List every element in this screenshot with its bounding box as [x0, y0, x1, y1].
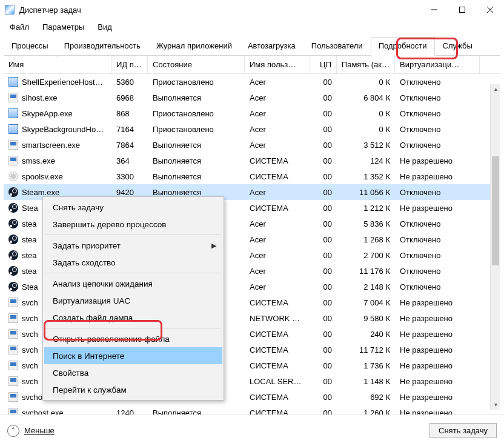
context-menu-item[interactable]: Завершить дерево процессов	[44, 216, 222, 233]
col-pid[interactable]: ИД п…	[111, 56, 148, 73]
process-icon	[8, 266, 18, 276]
process-mem: 1 148 К	[337, 377, 395, 386]
process-icon	[8, 203, 18, 213]
tab-users[interactable]: Пользователи	[303, 37, 371, 56]
menu-file[interactable]: Файл	[4, 21, 35, 33]
process-virt: Отключено	[395, 188, 480, 197]
chevron-up-icon: ˄	[7, 425, 19, 437]
sort-asc-icon: ˄	[56, 56, 59, 61]
process-virt: Не разрешено	[395, 361, 480, 370]
process-virt: Отключено	[395, 78, 480, 87]
end-task-button[interactable]: Снять задачу	[429, 423, 497, 438]
process-state: Выполняется	[148, 156, 245, 165]
table-row[interactable]: svchost.exe1240ВыполняетсяСИСТЕМА001 260…	[4, 405, 500, 414]
fewer-details[interactable]: ˄ Меньше	[7, 425, 55, 437]
process-user: Acer	[245, 282, 310, 291]
table-row[interactable]: SkypeApp.exe868ПриостановленоAcer000 КОт…	[4, 105, 500, 121]
process-icon	[8, 77, 18, 87]
table-row[interactable]: ShellExperienceHost…5360ПриостановленоAc…	[4, 74, 500, 90]
process-icon	[8, 313, 18, 323]
tab-startup[interactable]: Автозагрузка	[240, 37, 303, 56]
process-virt: Не разрешено	[395, 204, 480, 213]
process-pid: 5360	[111, 78, 148, 87]
process-cpu: 00	[310, 109, 337, 118]
context-menu-item[interactable]: Перейти к службам	[44, 381, 222, 398]
process-virt: Не разрешено	[395, 393, 480, 402]
window-title: Диспетчер задач	[19, 5, 420, 15]
scroll-thumb[interactable]	[492, 156, 499, 265]
table-row[interactable]: smartscreen.exe7864ВыполняетсяAcer003 51…	[4, 137, 500, 153]
tab-services[interactable]: Службы	[435, 37, 480, 56]
process-pid: 364	[111, 156, 148, 165]
process-icon	[8, 408, 18, 414]
process-name: ShellExperienceHost…	[22, 78, 103, 87]
process-mem: 0 К	[337, 109, 395, 118]
col-name[interactable]: Имя˄	[4, 56, 111, 73]
process-virt: Не разрешено	[395, 156, 480, 165]
process-cpu: 00	[310, 219, 337, 228]
context-menu-item[interactable]: Виртуализация UAC	[44, 292, 222, 309]
table-row[interactable]: SkypeBackgroundHo…7164ПриостановленоAcer…	[4, 121, 500, 137]
process-name: svch	[22, 330, 38, 339]
context-menu-item[interactable]: Задать сходство	[44, 254, 222, 271]
close-button[interactable]	[476, 0, 504, 19]
col-virt[interactable]: Виртуализаци…	[395, 56, 480, 73]
col-user[interactable]: Имя польз…	[245, 56, 310, 73]
process-name: spoolsv.exe	[22, 172, 63, 181]
process-mem: 0 К	[337, 125, 395, 134]
context-menu-item[interactable]: Свойства	[44, 364, 222, 381]
context-menu-item[interactable]: Снять задачу	[44, 199, 222, 216]
process-mem: 1 260 К	[337, 408, 395, 415]
process-name: svchost.exe	[22, 408, 64, 415]
context-menu-item[interactable]: Создать файл дампа	[44, 309, 222, 326]
scroll-up-icon[interactable]: ▴	[491, 84, 500, 94]
col-mem[interactable]: Память (ак…	[337, 56, 395, 73]
tab-app-history[interactable]: Журнал приложений	[148, 37, 240, 56]
process-mem: 9 580 К	[337, 314, 395, 323]
process-virt: Не разрешено	[395, 345, 480, 354]
tab-performance[interactable]: Производительность	[56, 37, 148, 56]
process-name: Stea	[22, 204, 38, 213]
table-row[interactable]: spoolsv.exe3300ВыполняетсяСИСТЕМА001 352…	[4, 168, 500, 184]
col-cpu[interactable]: ЦП	[310, 56, 337, 73]
process-name: stea	[22, 251, 37, 260]
minimize-button[interactable]	[420, 0, 448, 19]
process-mem: 692 К	[337, 393, 395, 402]
process-state: Выполняется	[148, 188, 245, 197]
process-cpu: 00	[310, 408, 337, 415]
process-mem: 1 352 К	[337, 172, 395, 181]
process-mem: 3 512 К	[337, 141, 395, 150]
process-icon	[8, 329, 18, 339]
process-icon	[8, 124, 18, 134]
process-virt: Отключено	[395, 109, 480, 118]
process-virt: Отключено	[395, 93, 480, 102]
process-virt: Отключено	[395, 219, 480, 228]
context-menu-item[interactable]: Поиск в Интернете	[44, 347, 222, 364]
process-icon	[8, 108, 18, 118]
process-mem: 11 712 К	[337, 345, 395, 354]
context-menu-item[interactable]: Открыть расположение файла	[44, 330, 222, 347]
maximize-button[interactable]	[448, 0, 476, 19]
process-name: sihost.exe	[22, 93, 58, 102]
menu-separator	[45, 235, 221, 235]
menu-view[interactable]: Вид	[91, 21, 118, 33]
vertical-scrollbar[interactable]: ▴ ▾	[490, 84, 500, 410]
process-pid: 7164	[111, 125, 148, 134]
process-state: Приостановлено	[148, 109, 245, 118]
process-pid: 1240	[111, 408, 148, 415]
process-mem: 124 К	[337, 156, 395, 165]
tab-processes[interactable]: Процессы	[4, 37, 56, 56]
process-icon	[8, 93, 18, 102]
process-user: СИСТЕМА	[245, 408, 310, 415]
process-icon	[8, 235, 18, 244]
context-menu-item[interactable]: Анализ цепочки ожидания	[44, 275, 222, 292]
context-menu-item[interactable]: Задать приоритет▶	[44, 237, 222, 254]
process-name: svch	[22, 377, 38, 386]
tab-details[interactable]: Подробности	[371, 37, 435, 56]
table-row[interactable]: smss.exe364ВыполняетсяСИСТЕМА00124 КНе р…	[4, 153, 500, 168]
process-icon	[8, 282, 18, 291]
col-state[interactable]: Состояние	[148, 56, 245, 73]
scroll-down-icon[interactable]: ▾	[491, 399, 500, 410]
menu-options[interactable]: Параметры	[36, 21, 90, 33]
table-row[interactable]: sihost.exe6968ВыполняетсяAcer006 804 КОт…	[4, 90, 500, 105]
